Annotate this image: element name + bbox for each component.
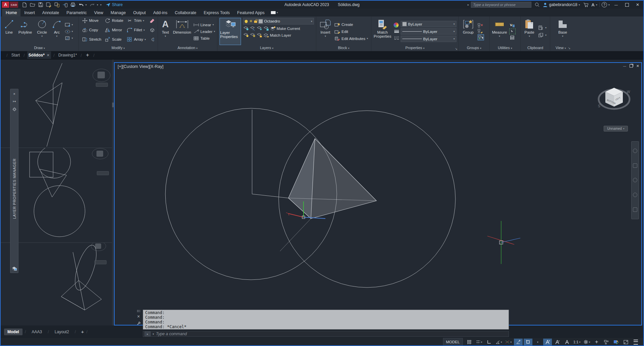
autocad-logo[interactable]: A [2,2,9,8]
text-button[interactable]: A Text [159,17,171,45]
tab-collaborate[interactable]: Collaborate [171,9,200,16]
properties-expander[interactable] [455,47,457,50]
undo-dropdown[interactable] [85,3,88,6]
new-file-button[interactable] [21,1,28,8]
edit-block-button[interactable]: Edit [334,29,368,34]
file-tab-start[interactable]: Start [10,51,21,59]
layer-off-icon[interactable] [243,26,249,31]
move-button[interactable]: Move [82,18,103,24]
splitter-grip[interactable] [112,103,114,107]
linetype-dropdown[interactable]: ByLayer [401,36,456,42]
polar-tracking-toggle[interactable] [494,339,503,345]
scale-button[interactable]: Scale [105,37,124,42]
dimension-button[interactable]: Dimension [172,17,192,45]
fillet-button[interactable]: Fillet [127,27,147,33]
isodraft-toggle[interactable] [504,339,513,345]
explode-button[interactable] [149,27,156,33]
tab-express-tools[interactable]: Express Tools [200,9,234,16]
measure-button[interactable]: Measure [491,17,508,45]
command-history[interactable]: Command: Command: Command: Command: *Can… [143,310,509,330]
drawing-area[interactable]: [+][Custom View][X-Ray] [1,60,643,325]
layer-freeze-icon[interactable] [256,26,262,31]
command-window-rail[interactable] [135,310,142,336]
ungroup-icon[interactable] [478,23,483,28]
app-store-cart-icon[interactable] [582,1,590,8]
array-button[interactable]: Array [127,37,147,42]
layout-tab-layout2[interactable]: Layout2 [51,329,73,335]
command-customize-icon[interactable] [136,321,140,325]
command-recent-caret[interactable] [153,333,154,336]
pan-icon[interactable] [633,163,637,168]
undo-button[interactable] [77,1,85,8]
save-button[interactable] [37,1,44,8]
object-snap-tracking-toggle[interactable] [514,339,523,345]
customization-plus-button[interactable]: + [592,339,601,345]
panel-label-view[interactable]: View↘ [550,45,643,51]
viewport2-view-pill[interactable] [97,171,109,175]
tab-parametric[interactable]: Parametric [63,9,90,16]
arc-button[interactable]: Arc [50,17,63,45]
trim-button[interactable]: ✂Trim [127,18,147,24]
lineweight-dropdown[interactable]: ByLayer [401,28,456,35]
hatch-button[interactable] [65,35,73,41]
layer-isolate-icon[interactable] [250,26,255,31]
rotate-button[interactable]: Rotate [105,18,124,24]
ellipse-button[interactable] [65,29,73,34]
search-icon[interactable] [533,1,541,8]
layer-properties-button[interactable]: Layer Properties [219,18,241,45]
layer-unlock-icon[interactable] [254,21,257,23]
layer-on-all-icon[interactable] [243,33,249,38]
annotation-autoscale-toggle[interactable] [553,339,562,345]
copy-clip-button[interactable] [538,32,547,38]
paste-button[interactable]: Paste [522,17,537,45]
layer-thaw-icon[interactable]: ☀ [249,20,253,23]
save-to-web-button[interactable] [61,1,69,8]
select-similar-icon[interactable] [509,29,516,34]
palette-close-icon[interactable]: × [13,91,15,96]
copy-button[interactable]: Copy [82,27,103,33]
command-prompt-text[interactable]: Type a command [156,332,187,336]
create-block-button[interactable]: Create [334,22,368,27]
line-button[interactable]: Line [2,17,16,45]
help-menu[interactable]: ? [602,2,610,7]
stretch-button[interactable]: Stretch [82,37,103,42]
account-menu[interactable]: gabebrandon18 [543,2,580,7]
viewport1-view-pill[interactable] [96,83,108,87]
layer-thaw-all-icon[interactable] [250,33,255,38]
layer-dropdown[interactable]: ☀ Octaedro [243,18,314,25]
minimize-button[interactable] [612,1,620,8]
layer-lock-icon[interactable] [263,26,269,31]
object-snap-toggle[interactable] [524,339,532,345]
showmotion-icon[interactable] [633,207,637,212]
tab-addins[interactable]: Add-ins [150,9,171,16]
command-input-bar[interactable]: ▸ Type a command [143,331,509,337]
active-viewport[interactable]: [+][Custom View][X-Ray] [114,62,642,325]
panel-label-groups[interactable]: Groups [459,45,489,51]
steering-wheel-icon[interactable] [633,149,637,153]
group-button[interactable]: Group [460,17,476,45]
file-tab-solidos[interactable]: Sólidos* [27,51,51,59]
polyline-button[interactable]: Polyline [17,17,34,45]
new-layout-button[interactable]: + [81,329,84,335]
annotation-visibility-toggle[interactable] [543,339,552,345]
object-color-dropdown[interactable]: ByLayer [401,21,456,27]
maximize-button[interactable] [622,1,631,8]
panel-label-utilities[interactable]: Utilities [490,45,520,51]
erase-button[interactable] [149,18,156,24]
panel-label-clipboard[interactable]: Clipboard [521,45,550,51]
save-as-button[interactable] [45,1,52,8]
share-button[interactable]: Share [106,2,123,7]
file-tab-drawing1[interactable]: Drawing1* [57,51,78,59]
quick-calc-icon[interactable] [509,35,515,40]
ortho-toggle[interactable] [485,339,493,345]
cut-button[interactable] [538,25,547,31]
snap-mode-toggle[interactable] [475,339,484,345]
search-expand-arrow[interactable]: ▸ [468,3,469,6]
open-from-web-button[interactable] [53,1,61,8]
ribbon-display-toggle[interactable] [268,9,281,16]
edit-attributes-button[interactable]: Edit Attributes [334,36,368,41]
clean-screen-button[interactable] [621,339,630,345]
layer-properties-palette[interactable]: × ↦ LAYER PROPERTIES MANAGER [10,89,18,273]
command-drag-grip[interactable] [137,310,140,312]
layer-color-swatch[interactable] [258,19,263,24]
